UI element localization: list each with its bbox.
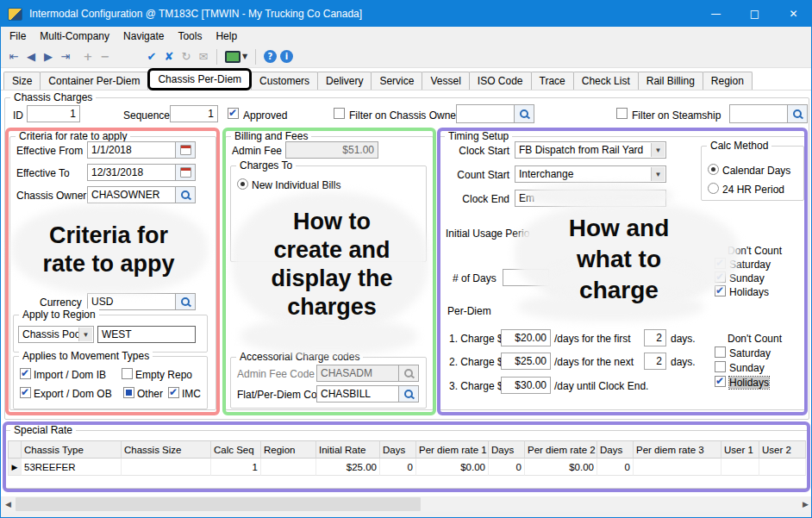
scroll-right-button[interactable]: ▶ bbox=[798, 496, 812, 512]
cell-chassis-type[interactable]: 53REEFER bbox=[22, 459, 122, 476]
dropdown-arrow-icon[interactable]: ▼ bbox=[651, 167, 665, 181]
column-header[interactable]: User 1 bbox=[721, 440, 759, 459]
cell-per-diem-rate-2[interactable]: $0.00 bbox=[525, 459, 597, 476]
tab-iso-code[interactable]: ISO Code bbox=[469, 72, 532, 90]
maximize-button[interactable]: □ bbox=[735, 1, 774, 27]
mail-button[interactable]: ✉ bbox=[195, 48, 212, 66]
count-start-combo[interactable]: Interchange ▼ bbox=[515, 165, 666, 183]
delete-record-button[interactable]: − bbox=[97, 48, 114, 66]
dropdown-arrow-icon[interactable]: ▼ bbox=[78, 328, 92, 341]
imc-checkbox[interactable] bbox=[168, 387, 179, 398]
num-days-field[interactable] bbox=[503, 269, 549, 286]
admin-fee-code-lookup-button[interactable] bbox=[398, 365, 419, 382]
cell-per-diem-rate-1[interactable]: $0.00 bbox=[416, 459, 489, 476]
admin-fee-field[interactable]: $51.00 bbox=[285, 141, 378, 159]
other-checkbox[interactable] bbox=[123, 387, 134, 398]
add-record-button[interactable]: + bbox=[79, 48, 97, 66]
filter-steamship-lookup-button[interactable] bbox=[787, 104, 808, 123]
cell-calc-seq[interactable]: 1 bbox=[211, 459, 261, 476]
dropdown-arrow-icon[interactable]: ▼ bbox=[242, 53, 247, 60]
tab-chassis-per-diem[interactable]: Chassis Per-Diem bbox=[147, 68, 252, 90]
column-header[interactable]: Per diem rate 3 bbox=[634, 440, 721, 459]
cell-user-2[interactable] bbox=[759, 459, 806, 476]
dont-count-bottom-sunday-checkbox[interactable] bbox=[715, 361, 726, 372]
cell-days-2[interactable]: 0 bbox=[489, 459, 525, 476]
column-header[interactable]: Chassis Size bbox=[122, 440, 211, 459]
save-button[interactable]: ✔ bbox=[143, 48, 160, 66]
sequence-field[interactable]: 1 bbox=[170, 105, 218, 122]
dont-count-top-sunday-checkbox[interactable] bbox=[715, 271, 726, 283]
menu-help[interactable]: Help bbox=[209, 27, 244, 46]
empty-repo-checkbox[interactable] bbox=[122, 368, 133, 379]
charge3-amount-field[interactable]: $30.00 bbox=[501, 377, 551, 394]
cell-chassis-size[interactable] bbox=[122, 459, 211, 476]
currency-field[interactable]: USD bbox=[87, 293, 176, 310]
cancel-button[interactable]: ✘ bbox=[160, 48, 178, 66]
chassis-owner-field[interactable]: CHASOWNER bbox=[87, 186, 176, 203]
info-button[interactable]: i bbox=[280, 50, 293, 63]
calendar-days-radio[interactable] bbox=[708, 164, 719, 175]
tab-check-list[interactable]: Check List bbox=[573, 72, 639, 90]
chassis-owner-lookup-button[interactable] bbox=[175, 186, 196, 203]
scroll-thumb[interactable] bbox=[16, 497, 421, 511]
cell-user-1[interactable] bbox=[721, 459, 759, 476]
cell-days-3[interactable]: 0 bbox=[597, 459, 634, 476]
effective-from-field[interactable]: 1/1/2018 bbox=[87, 141, 176, 159]
tab-customers[interactable]: Customers bbox=[251, 72, 318, 90]
cell-per-diem-rate-3[interactable] bbox=[634, 459, 721, 476]
tab-rail-billing[interactable]: Rail Billing bbox=[638, 72, 703, 90]
help-button[interactable]: ? bbox=[264, 50, 277, 63]
cell-initial-rate[interactable]: $25.00 bbox=[316, 459, 380, 476]
effective-from-calendar-button[interactable] bbox=[175, 141, 196, 159]
table-row[interactable]: ▶ 53REEFER 1 $25.00 0 $0.00 0 $0.00 0 bbox=[8, 459, 806, 476]
menu-file[interactable]: File bbox=[3, 27, 33, 46]
menu-multi-company[interactable]: Multi-Company bbox=[33, 27, 116, 46]
clock-start-combo[interactable]: FB Dispatch from Rail Yard ▼ bbox=[515, 141, 666, 159]
tab-region[interactable]: Region bbox=[703, 72, 753, 90]
filter-steamship-checkbox[interactable] bbox=[616, 108, 628, 119]
dropdown-arrow-icon[interactable]: ▼ bbox=[651, 143, 665, 157]
column-header[interactable]: Calc Seq bbox=[211, 440, 261, 459]
flat-per-diem-code-field[interactable]: CHASBILL bbox=[316, 385, 399, 403]
filter-steamship-field[interactable] bbox=[729, 104, 788, 123]
cell-region[interactable] bbox=[261, 459, 316, 476]
column-header[interactable]: Days bbox=[597, 440, 634, 459]
tab-service[interactable]: Service bbox=[371, 72, 422, 90]
row-selector-icon[interactable]: ▶ bbox=[8, 459, 22, 476]
menu-tools[interactable]: Tools bbox=[171, 27, 209, 46]
next-record-button[interactable]: ▶ bbox=[40, 48, 57, 66]
tab-vessel[interactable]: Vessel bbox=[422, 72, 469, 90]
minimize-button[interactable]: — bbox=[696, 1, 735, 27]
export-dom-ob-checkbox[interactable] bbox=[20, 387, 31, 398]
cell-days-1[interactable]: 0 bbox=[380, 459, 416, 476]
screen-button[interactable]: ▼ bbox=[222, 48, 251, 66]
first-record-button[interactable]: ⇤ bbox=[5, 48, 22, 66]
close-button[interactable]: ✕ bbox=[774, 1, 812, 27]
scroll-left-button[interactable]: ◀ bbox=[1, 496, 16, 512]
menu-navigate[interactable]: Navigate bbox=[116, 27, 171, 46]
column-header[interactable]: Per diem rate 2 bbox=[525, 440, 597, 459]
column-header[interactable]: Days bbox=[380, 440, 416, 459]
approved-checkbox[interactable] bbox=[228, 108, 239, 119]
charge2-days-field[interactable]: 2 bbox=[644, 353, 666, 370]
chassis-pool-combo[interactable]: Chassis Pool ▼ bbox=[18, 326, 94, 343]
admin-fee-code-field[interactable]: CHASADM bbox=[316, 365, 399, 382]
tab-trace[interactable]: Trace bbox=[531, 72, 574, 90]
charge1-amount-field[interactable]: $20.00 bbox=[501, 329, 551, 346]
currency-lookup-button[interactable] bbox=[175, 293, 196, 310]
charge2-amount-field[interactable]: $25.00 bbox=[501, 353, 551, 370]
dont-count-top-holidays-checkbox[interactable] bbox=[715, 285, 726, 296]
dont-count-top-saturday-checkbox[interactable] bbox=[715, 258, 726, 269]
column-header[interactable]: Per diem rate 1 bbox=[416, 440, 489, 459]
column-header[interactable]: Chassis Type bbox=[22, 440, 122, 459]
column-header[interactable]: Initial Rate bbox=[316, 440, 380, 459]
effective-to-calendar-button[interactable] bbox=[175, 164, 196, 181]
dont-count-bottom-holidays-checkbox[interactable] bbox=[715, 376, 726, 387]
charge1-days-field[interactable]: 2 bbox=[644, 329, 666, 346]
hr24-period-radio[interactable] bbox=[708, 183, 719, 194]
new-individual-bills-radio[interactable] bbox=[237, 178, 248, 190]
filter-chassis-owner-lookup-button[interactable] bbox=[514, 104, 534, 123]
import-dom-ib-checkbox[interactable] bbox=[20, 368, 31, 379]
column-header[interactable]: Days bbox=[489, 440, 525, 459]
filter-chassis-owner-field[interactable] bbox=[456, 104, 515, 123]
